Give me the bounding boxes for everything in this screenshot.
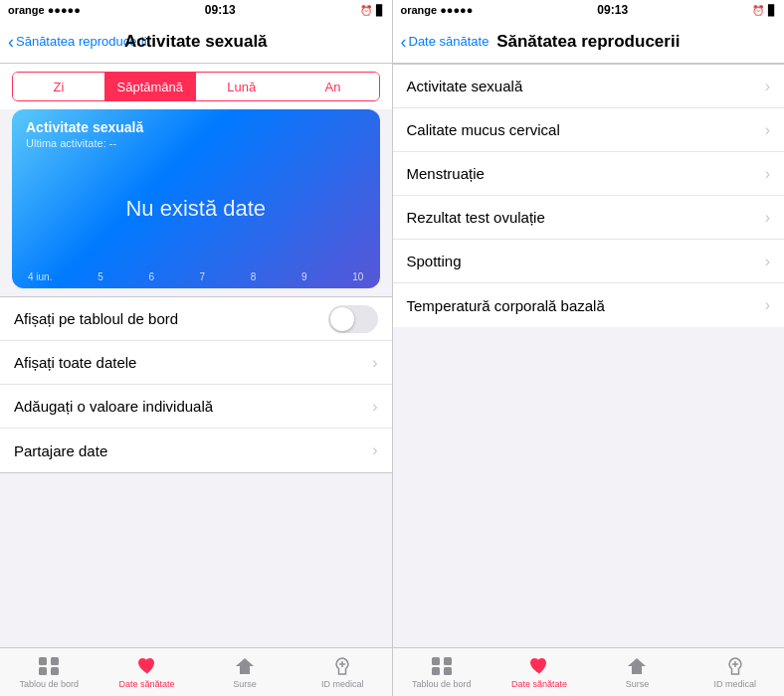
list-item-cervical-mucus[interactable]: Calitate mucus cervical ›: [393, 108, 785, 152]
left-medical-icon: [330, 655, 354, 677]
svg-rect-8: [432, 667, 440, 675]
left-time: 09:13: [205, 3, 236, 17]
xaxis-1: 4 iun.: [28, 271, 52, 282]
right-tab-sources[interactable]: Surse: [588, 648, 686, 696]
right-back-button[interactable]: ‹ Date sănătate: [401, 33, 490, 51]
left-panel: orange ●●●●● 09:13 ⏰ ▊ ‹ Sănătatea repro…: [0, 0, 392, 696]
ovulation-test-chevron: ›: [765, 209, 770, 227]
right-dashboard-icon: [430, 655, 454, 677]
row-toggle-dashboard[interactable]: Afișați pe tabloul de bord: [0, 297, 392, 341]
left-alarm: ⏰: [360, 5, 372, 16]
left-tab-health[interactable]: Date sănătate: [98, 648, 195, 696]
left-sources-icon: [233, 655, 257, 677]
svg-rect-7: [444, 657, 452, 665]
right-list-group: Activitate sexuală › Calitate mucus cerv…: [393, 64, 785, 327]
left-segment-inner: Zi Săptămână Lună An: [12, 72, 380, 101]
right-dashboard-label: Tablou de bord: [412, 679, 472, 689]
right-tab-bar: Tablou de bord Date sănătate Surse: [393, 647, 785, 696]
left-nav-bar: ‹ Sănătatea reproducerii Activitate sexu…: [0, 20, 392, 64]
list-item-ovulation-test[interactable]: Rezultat test ovulație ›: [393, 196, 785, 240]
xaxis-5: 8: [251, 271, 257, 282]
right-nav-bar: ‹ Date sănătate Sănătatea reproducerii: [393, 20, 785, 64]
basal-temp-chevron: ›: [765, 296, 770, 314]
basal-temp-label: Temperatură corporală bazală: [407, 297, 765, 314]
chart-subtitle: Ultima activitate: --: [26, 137, 366, 149]
show-all-chevron: ›: [372, 354, 377, 372]
right-heart-icon: [527, 655, 551, 677]
segment-saptamana[interactable]: Săptămână: [104, 73, 196, 100]
right-back-label: Date sănătate: [409, 34, 490, 49]
right-tab-dashboard[interactable]: Tablou de bord: [393, 648, 490, 696]
left-tab-dashboard[interactable]: Tablou de bord: [0, 648, 98, 696]
share-data-chevron: ›: [372, 441, 377, 459]
left-tab-bar: Tablou de bord Date sănătate Surse: [0, 647, 392, 696]
spotting-chevron: ›: [765, 253, 770, 270]
sexual-activity-chevron: ›: [765, 78, 770, 95]
right-status-left: orange ●●●●●: [401, 4, 474, 16]
list-item-basal-temp[interactable]: Temperatură corporală bazală ›: [393, 283, 785, 327]
cervical-mucus-label: Calitate mucus cervical: [407, 121, 765, 138]
left-dashboard-icon: [37, 655, 61, 677]
right-sources-icon: [625, 655, 649, 677]
toggle-dashboard-switch[interactable]: [328, 305, 378, 333]
right-status-right: ⏰ ▊: [752, 5, 776, 16]
row-share-data[interactable]: Partajare date ›: [0, 429, 392, 472]
sexual-activity-label: Activitate sexuală: [407, 78, 765, 94]
right-tab-medical[interactable]: ID medical: [686, 648, 784, 696]
left-dashboard-label: Tablou de bord: [19, 679, 79, 689]
right-sources-label: Surse: [626, 679, 650, 689]
list-item-sexual-activity[interactable]: Activitate sexuală ›: [393, 65, 785, 108]
xaxis-6: 9: [301, 271, 307, 282]
left-segment-control: Zi Săptămână Lună An: [0, 64, 392, 109]
right-tab-health[interactable]: Date sănătate: [490, 648, 588, 696]
chart-xaxis: 4 iun. 5 6 7 8 9 10: [26, 267, 366, 288]
xaxis-2: 5: [98, 271, 103, 282]
left-tab-sources[interactable]: Surse: [196, 648, 294, 696]
spotting-label: Spotting: [407, 253, 765, 269]
list-item-menstruation[interactable]: Menstruație ›: [393, 152, 785, 196]
right-medical-label: ID medical: [714, 679, 757, 689]
right-health-label: Date sănătate: [511, 679, 567, 689]
left-medical-label: ID medical: [321, 679, 364, 689]
left-signal: ●●●●●: [48, 4, 81, 16]
left-settings-group: Afișați pe tabloul de bord Afișați toate…: [0, 296, 392, 473]
svg-rect-2: [39, 667, 47, 675]
menstruation-label: Menstruație: [407, 165, 765, 182]
right-spacer: [393, 327, 785, 647]
add-individual-label: Adăugați o valoare individuală: [14, 398, 372, 415]
segment-zi[interactable]: Zi: [13, 73, 104, 100]
xaxis-7: 10: [352, 271, 363, 282]
toggle-dashboard-label: Afișați pe tabloul de bord: [14, 310, 328, 327]
segment-an[interactable]: An: [288, 73, 379, 100]
right-carrier: orange: [401, 4, 438, 16]
left-tab-medical[interactable]: ID medical: [294, 648, 391, 696]
share-data-label: Partajare date: [14, 442, 372, 459]
right-medical-icon: [723, 655, 747, 677]
cervical-mucus-chevron: ›: [765, 121, 770, 139]
segment-luna[interactable]: Lună: [196, 73, 288, 100]
right-status-bar: orange ●●●●● 09:13 ⏰ ▊: [393, 0, 785, 20]
right-time: 09:13: [597, 3, 628, 17]
right-signal: ●●●●●: [440, 4, 473, 16]
right-battery: ▊: [768, 5, 776, 16]
add-individual-chevron: ›: [372, 398, 377, 416]
chart-no-data: Nu există date: [26, 149, 366, 267]
toggle-thumb: [330, 307, 354, 331]
row-add-individual[interactable]: Adăugați o valoare individuală ›: [0, 385, 392, 429]
chart-gradient: Activitate sexuală Ultima activitate: --…: [12, 109, 380, 288]
left-nav-title: Activitate sexuală: [124, 32, 268, 52]
svg-rect-3: [51, 667, 59, 675]
right-back-chevron: ‹: [401, 33, 407, 51]
svg-rect-9: [444, 667, 452, 675]
right-alarm: ⏰: [752, 5, 764, 16]
left-status-bar: orange ●●●●● 09:13 ⏰ ▊: [0, 0, 392, 20]
svg-rect-6: [432, 657, 440, 665]
left-status-left: orange ●●●●●: [8, 4, 81, 16]
left-back-chevron: ‹: [8, 33, 14, 51]
menstruation-chevron: ›: [765, 165, 770, 183]
row-show-all-data[interactable]: Afișați toate datele ›: [0, 341, 392, 385]
left-heart-icon: [135, 655, 159, 677]
svg-rect-0: [39, 657, 47, 665]
right-nav-title: Sănătatea reproducerii: [496, 32, 680, 52]
list-item-spotting[interactable]: Spotting ›: [393, 240, 785, 283]
